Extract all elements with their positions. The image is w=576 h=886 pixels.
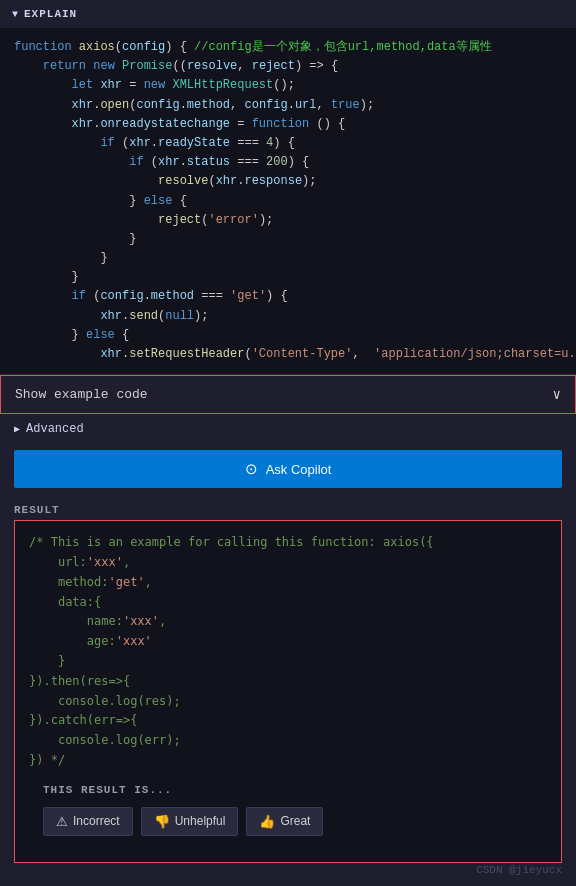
incorrect-label: Incorrect (73, 814, 120, 828)
feedback-row: ⚠ Incorrect 👎 Unhelpful 👍 Great (29, 807, 547, 850)
code-line-17: xhr.setRequestHeader('Content-Type', 'ap… (14, 345, 562, 364)
code-line-13: } (14, 268, 562, 287)
incorrect-icon: ⚠ (56, 814, 68, 829)
result-code-text: /* This is an example for calling this f… (29, 533, 547, 771)
code-line-2: return new Promise((resolve, reject) => … (14, 57, 562, 76)
code-line-14: if (config.method === 'get') { (14, 287, 562, 306)
code-line-6: if (xhr.readyState === 4) { (14, 134, 562, 153)
unhelpful-button[interactable]: 👎 Unhelpful (141, 807, 239, 836)
code-line-1: function axios(config) { //config是一个对象，包… (14, 38, 562, 57)
code-line-10: reject('error'); (14, 211, 562, 230)
code-line-3: let xhr = new XMLHttpRequest(); (14, 76, 562, 95)
code-line-7: if (xhr.status === 200) { (14, 153, 562, 172)
great-button[interactable]: 👍 Great (246, 807, 323, 836)
code-line-8: resolve(xhr.response); (14, 172, 562, 191)
code-line-9: } else { (14, 192, 562, 211)
watermark: CSDN @jieyucx (476, 864, 562, 876)
explain-title: EXPLAIN (24, 8, 77, 20)
unhelpful-icon: 👎 (154, 814, 170, 829)
show-example-label: Show example code (15, 387, 148, 402)
unhelpful-label: Unhelpful (175, 814, 226, 828)
ask-copilot-label: Ask Copilot (266, 462, 332, 477)
code-line-4: xhr.open(config.method, config.url, true… (14, 96, 562, 115)
show-example-row[interactable]: Show example code ∨ (0, 375, 576, 414)
code-line-11: } (14, 230, 562, 249)
explain-header[interactable]: ▼ EXPLAIN (0, 0, 576, 28)
advanced-row[interactable]: ▶ Advanced (0, 414, 576, 444)
copilot-icon: ⊙ (245, 460, 258, 478)
incorrect-button[interactable]: ⚠ Incorrect (43, 807, 133, 836)
this-result-label: THIS RESULT IS... (29, 771, 547, 807)
show-example-chevron-icon: ∨ (553, 386, 561, 403)
great-label: Great (280, 814, 310, 828)
advanced-label: Advanced (26, 422, 84, 436)
code-line-5: xhr.onreadystatechange = function () { (14, 115, 562, 134)
result-section-label: RESULT (0, 498, 576, 520)
explain-chevron-icon: ▼ (12, 9, 18, 20)
code-line-15: xhr.send(null); (14, 307, 562, 326)
result-box: /* This is an example for calling this f… (14, 520, 562, 863)
code-line-12: } (14, 249, 562, 268)
advanced-arrow-icon: ▶ (14, 423, 20, 435)
code-block: function axios(config) { //config是一个对象，包… (0, 28, 576, 375)
great-icon: 👍 (259, 814, 275, 829)
ask-copilot-button[interactable]: ⊙ Ask Copilot (14, 450, 562, 488)
code-line-16: } else { (14, 326, 562, 345)
